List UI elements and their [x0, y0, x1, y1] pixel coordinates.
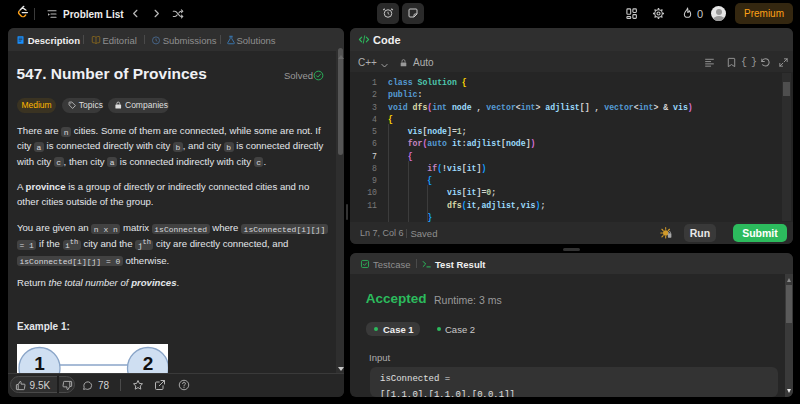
svg-text:1: 1	[34, 353, 45, 373]
svg-text:2: 2	[143, 353, 154, 373]
